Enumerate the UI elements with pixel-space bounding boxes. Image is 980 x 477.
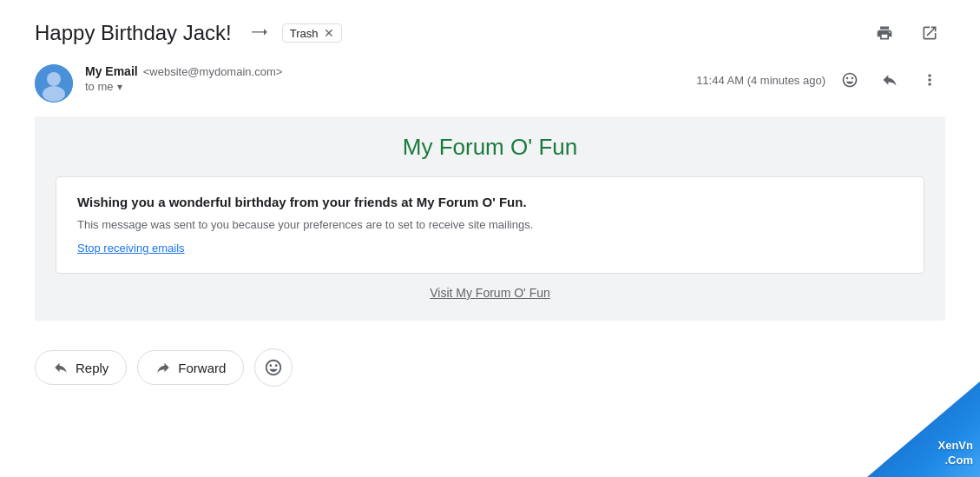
stop-receiving-link[interactable]: Stop receiving emails	[77, 242, 185, 255]
label-arrow-icon: ⭢	[251, 23, 268, 43]
print-button[interactable]	[869, 17, 900, 49]
to-me-row[interactable]: to me ▾	[85, 80, 684, 93]
forum-title: My Forum O' Fun	[56, 134, 924, 161]
avatar	[35, 64, 73, 103]
emoji-icon	[841, 71, 858, 89]
email-subject: Happy Birthday Jack!	[35, 21, 232, 45]
main-message: Wishing you a wonderful birthday from yo…	[77, 195, 903, 209]
sender-row: My Email <website@mydomain.com> to me ▾ …	[35, 64, 945, 103]
reply-icon	[53, 360, 69, 375]
reply-icon-top	[881, 71, 898, 89]
sender-name: My Email	[85, 64, 138, 78]
trash-badge[interactable]: Trash ✕	[282, 23, 342, 43]
to-me-label: to me	[85, 80, 114, 93]
reply-label: Reply	[76, 361, 109, 375]
chevron-down-icon: ▾	[117, 81, 122, 93]
sender-info: My Email <website@mydomain.com> to me ▾	[85, 64, 684, 93]
emoji-action-icon	[264, 358, 283, 377]
popout-button[interactable]	[914, 17, 945, 49]
forward-icon	[155, 360, 171, 375]
more-options-button[interactable]	[914, 64, 945, 96]
sender-email: <website@mydomain.com>	[143, 65, 283, 78]
print-icon	[876, 24, 893, 42]
watermark-text: XenVn.Com	[938, 439, 973, 468]
timestamp: 11:44 AM (4 minutes ago)	[696, 74, 825, 87]
avatar-icon	[35, 64, 73, 103]
svg-point-1	[47, 72, 61, 86]
action-buttons: Reply Forward	[35, 341, 945, 394]
sub-message: This message was sent to you because you…	[77, 218, 903, 231]
svg-point-2	[43, 86, 65, 102]
forward-label: Forward	[178, 361, 226, 375]
trash-label: Trash	[290, 27, 319, 40]
email-content-box: Wishing you a wonderful birthday from yo…	[56, 176, 924, 274]
emoji-react-button[interactable]	[834, 64, 865, 96]
forward-button[interactable]: Forward	[137, 350, 244, 385]
sender-name-row: My Email <website@mydomain.com>	[85, 64, 684, 78]
popout-icon	[921, 24, 938, 42]
sender-right-actions: 11:44 AM (4 minutes ago)	[696, 64, 945, 96]
reply-button-top[interactable]	[874, 64, 905, 96]
emoji-action-button[interactable]	[254, 348, 293, 387]
more-icon	[921, 71, 938, 89]
visit-forum-link[interactable]: Visit My Forum O' Fun	[56, 286, 924, 300]
email-body: My Forum O' Fun Wishing you a wonderful …	[35, 116, 945, 321]
email-header: Happy Birthday Jack! ⭢ Trash ✕	[35, 17, 945, 49]
header-actions	[869, 17, 945, 49]
reply-button[interactable]: Reply	[35, 350, 127, 385]
close-icon[interactable]: ✕	[324, 26, 334, 40]
